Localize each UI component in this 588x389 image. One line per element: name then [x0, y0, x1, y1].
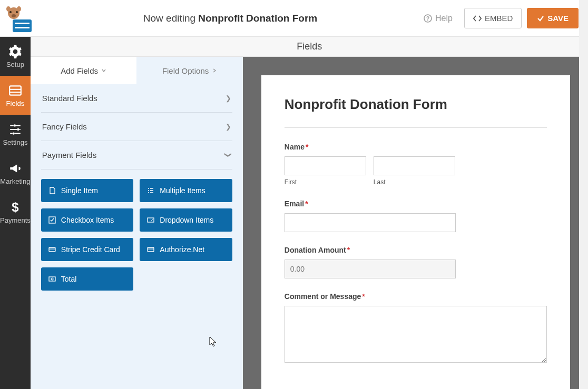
- donation-input[interactable]: [285, 260, 456, 278]
- group-fancy-fields[interactable]: Fancy Fields ❯: [41, 113, 232, 141]
- svg-point-16: [12, 132, 14, 134]
- donation-field[interactable]: Donation Amount*: [285, 246, 547, 278]
- tab-add-fields[interactable]: Add Fields: [31, 57, 137, 84]
- required-mark: *: [362, 292, 365, 301]
- form-preview: Nonprofit Donation Form Name* First: [261, 75, 570, 389]
- sliders-icon: [8, 123, 22, 136]
- donation-label: Donation Amount*: [285, 246, 547, 254]
- check-icon: [537, 15, 544, 22]
- svg-rect-22: [148, 247, 154, 252]
- list-icon: [147, 187, 154, 194]
- email-label: Email*: [285, 200, 547, 208]
- field-authorize[interactable]: Authorize.Net: [140, 238, 232, 261]
- field-stripe[interactable]: Stripe Credit Card: [41, 238, 134, 261]
- top-bar: Now editing Nonprofit Donation Form ? He…: [0, 0, 588, 37]
- comment-label: Comment or Message*: [285, 292, 547, 301]
- nav-setup[interactable]: Setup: [0, 37, 31, 76]
- chevron-right-icon: ❯: [226, 123, 231, 131]
- gear-icon: [8, 45, 22, 58]
- field-checkbox-items[interactable]: Checkbox Items: [41, 208, 134, 232]
- svg-point-14: [14, 124, 16, 126]
- nav-payments[interactable]: $ Payments: [0, 193, 31, 232]
- page-scrollbar[interactable]: [579, 0, 588, 389]
- last-name-input[interactable]: [374, 156, 455, 175]
- svg-point-6: [12, 14, 16, 17]
- name-field[interactable]: Name* First Last: [285, 143, 547, 186]
- svg-text:?: ?: [426, 16, 429, 22]
- svg-point-5: [16, 11, 18, 13]
- last-sublabel: Last: [374, 178, 455, 186]
- email-input[interactable]: [285, 213, 456, 232]
- email-field[interactable]: Email*: [285, 200, 547, 232]
- required-mark: *: [347, 246, 350, 254]
- help-link[interactable]: ? Help: [424, 14, 453, 23]
- chevron-right-icon: [212, 68, 217, 73]
- chevron-down-icon: ❯: [224, 152, 232, 158]
- svg-point-8: [17, 6, 21, 12]
- card-icon: [147, 246, 154, 253]
- panel-tabs: Add Fields Field Options: [31, 57, 243, 84]
- comment-field[interactable]: Comment or Message*: [285, 292, 547, 365]
- group-standard-fields[interactable]: Standard Fields ❯: [41, 84, 232, 113]
- comment-textarea[interactable]: [285, 306, 547, 363]
- field-dropdown-items[interactable]: Dropdown Items: [140, 208, 232, 232]
- top-actions: ? Help EMBED SAVE: [424, 8, 579, 28]
- tab-field-options[interactable]: Field Options: [136, 57, 243, 84]
- field-single-item[interactable]: Single Item: [41, 179, 134, 202]
- name-label: Name*: [285, 143, 547, 151]
- field-multiple-items[interactable]: Multiple Items: [140, 179, 232, 202]
- nav-fields[interactable]: Fields: [0, 76, 31, 115]
- svg-rect-20: [49, 247, 55, 252]
- svg-point-4: [9, 11, 12, 13]
- editing-prefix: Now editing: [143, 13, 199, 24]
- svg-rect-2: [15, 27, 30, 28]
- nav-settings[interactable]: Settings: [0, 115, 31, 154]
- editing-form-name: Nonprofit Donation Form: [198, 13, 317, 24]
- svg-point-7: [6, 6, 11, 12]
- bullhorn-icon: [8, 162, 22, 175]
- dollar-icon: $: [8, 201, 22, 214]
- first-name-input[interactable]: [285, 156, 366, 175]
- left-nav: Setup Fields Settings Marketing $ Paymen…: [0, 37, 31, 389]
- svg-point-25: [51, 278, 53, 280]
- svg-rect-0: [13, 19, 32, 32]
- payment-fields-grid: Single Item Multiple Items Checkbox Item…: [41, 169, 232, 300]
- save-button[interactable]: SAVE: [527, 8, 579, 28]
- money-icon: [48, 275, 56, 283]
- embed-button[interactable]: EMBED: [464, 8, 522, 28]
- panel-header: Fields: [31, 37, 588, 57]
- svg-rect-19: [148, 218, 154, 222]
- dropdown-icon: [147, 216, 154, 224]
- svg-text:$: $: [12, 201, 18, 214]
- nav-marketing[interactable]: Marketing: [0, 154, 31, 193]
- form-canvas: Nonprofit Donation Form Name* First: [243, 57, 588, 389]
- checkbox-icon: [48, 216, 56, 224]
- chevron-right-icon: ❯: [226, 94, 231, 102]
- svg-point-15: [17, 128, 19, 130]
- svg-rect-1: [15, 23, 30, 24]
- fields-icon: [8, 84, 22, 97]
- field-total[interactable]: Total: [41, 267, 134, 291]
- required-mark: *: [305, 200, 308, 208]
- card-icon: [48, 246, 56, 253]
- chevron-down-icon: [101, 68, 106, 73]
- required-mark: *: [306, 143, 308, 151]
- fields-panel: Add Fields Field Options Standard Fields…: [31, 57, 243, 389]
- form-title: Nonprofit Donation Form: [285, 96, 547, 128]
- svg-rect-11: [9, 86, 21, 95]
- file-icon: [48, 187, 56, 194]
- help-icon: ?: [424, 14, 432, 23]
- svg-rect-24: [49, 277, 55, 281]
- first-sublabel: First: [285, 178, 366, 186]
- group-payment-fields[interactable]: Payment Fields ❯: [41, 141, 232, 169]
- embed-icon: [473, 15, 482, 22]
- app-logo: [4, 6, 37, 34]
- editing-title: Now editing Nonprofit Donation Form: [37, 13, 424, 24]
